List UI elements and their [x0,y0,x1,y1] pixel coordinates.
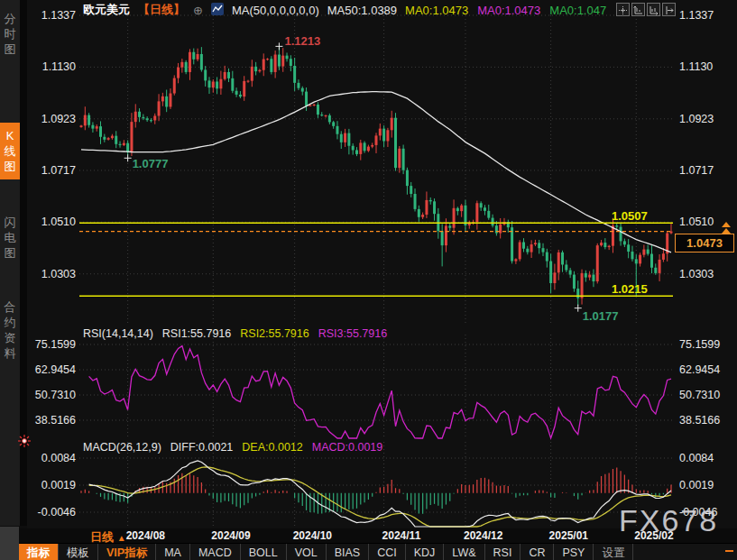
price-axis-label: 1.0923 [679,113,714,125]
macd-axis-label: 0.0084 [679,452,714,464]
price-axis-label: 1.1130 [679,60,713,73]
rsi-axis-label: 38.5166 [679,414,720,427]
month-label: 2024/10 [293,529,332,542]
tab-flash-chart[interactable]: 闪电图 [0,209,20,266]
boll-button[interactable]: BOLL [241,544,287,560]
y-axis-scale-icon[interactable] [631,3,645,16]
rsi-axis-label: 50.7310 [679,389,720,401]
macd-axis-label: 0.0019 [679,479,714,491]
tab-contract-info[interactable]: 合约资料 [0,294,20,366]
macd-button[interactable]: MACD [190,544,241,560]
month-label: 2024/08 [126,529,165,542]
peak-price-label: 1.1213 [284,34,320,48]
rsi-title: RSI(14,14,14) [83,327,153,340]
chart-header: 欧元美元【日线】⊕MA(50,0,0,0,0,0)MA50:1.0389MA0:… [83,2,623,18]
kdj-button[interactable]: KDJ [406,544,445,560]
mini-chart-icon[interactable] [211,3,224,18]
x-axis-scale-icon[interactable] [647,3,660,16]
month-label: 2024/11 [382,529,421,542]
symbol-name[interactable]: 欧元美元 [83,3,130,16]
last-price-tag: 1.0473 [675,234,734,252]
chart-area[interactable]: 欧元美元【日线】⊕MA(50,0,0,0,0,0)MA50:1.0389MA0:… [27,0,737,528]
macd-axis-label: -0.0046 [31,506,76,519]
add-indicator-icon[interactable]: ⊕ [193,4,203,17]
rsi-axis-label: 50.7310 [31,389,76,401]
dea-value: DEA:0.0012 [242,441,302,454]
sidebar-tab-label: K线图 [4,128,17,174]
tab-candlestick-chart[interactable]: K线图 [0,123,20,179]
macd-axis-label: 0.0019 [31,479,76,491]
price-axis-label: 1.1337 [31,9,76,22]
ma-button[interactable]: MA [156,544,190,560]
rsi-axis-label: 38.5166 [31,414,76,427]
rsi-axis-label: 62.9454 [31,363,76,376]
alert-starburst-icon[interactable] [18,435,31,451]
macd-axis-label: 0.0084 [31,452,76,464]
price-axis-label: 1.1337 [679,9,714,22]
diff-value: DIFF:0.0021 [170,441,233,454]
ma-current-value: MA0:1.0473 [405,4,468,17]
indicator-button[interactable]: 指标 [19,544,59,560]
trading-app-window: 欧元美元【日线】⊕MA(50,0,0,0,0,0)MA50:1.0389MA0:… [0,0,737,560]
price-axis-label: 1.1130 [31,60,76,73]
rsi-axis-label: 75.1599 [679,338,720,351]
ma50-value: MA50:1.0389 [327,4,397,17]
rsi-axis-label: 62.9454 [679,363,720,376]
cr-button[interactable]: CR [521,544,554,560]
rsi2-value: RSI2:55.7916 [240,327,309,340]
support-label: 1.0215 [612,282,648,296]
psy-button[interactable]: PSY [554,544,594,560]
price-axis-label: 1.0303 [31,268,76,280]
cci-button[interactable]: CCI [369,544,406,560]
month-label: 2024/09 [211,529,250,542]
rsi-header: RSI(14,14,14)RSI1:55.7916RSI2:55.7916RSI… [83,327,396,340]
macd-title: MACD(26,12,9) [83,441,161,454]
pan-right-icon[interactable] [662,3,676,16]
macd-header: MACD(26,12,9)DIFF:0.0021DEA:0.0012MACD:0… [83,441,392,454]
chart-tool-icons [616,3,676,16]
month-label: 2025/01 [549,529,588,542]
sidebar-tab-label: 闪电图 [4,215,17,261]
rsi3-value: RSI3:55.7916 [318,327,387,340]
ma-settings: MA(50,0,0,0,0,0) [232,4,319,17]
price-axis-label: 1.0303 [679,268,714,280]
corner-block [0,527,19,560]
price-axis-label: 1.0510 [31,216,76,228]
crosshair-icon[interactable] [616,3,630,16]
vip-indicator-button[interactable]: VIP指标 [98,544,156,560]
price-marker-arrows [722,222,731,234]
sidebar-tab-label: 分时图 [4,11,17,57]
toolbar-scroll-dash[interactable] [725,550,733,552]
resistance-label: 1.0507 [612,209,648,223]
fx678-watermark: FX678 [619,503,718,538]
ma-current-value: MA0:1.0473 [477,4,540,17]
august-low-label: 1.0777 [133,157,169,170]
settings-button[interactable]: 设置 [594,544,633,560]
indicator-toolbar: 指标模板VIP指标MAMACDBOLLVOLBIASCCIKDJLW&RSICR… [0,543,737,560]
macd-value: MACD:0.0019 [312,441,383,454]
january-low-label: 1.0177 [583,309,619,323]
price-axis-label: 1.0717 [31,164,76,177]
ma-extra-values: MA0:1.0473MA0:1.0473MA0:1.047 [405,3,615,16]
lw-button[interactable]: LW& [444,544,484,560]
price-axis-label: 1.0510 [679,216,714,228]
rsi-axis-label: 75.1599 [31,338,76,351]
ma-current-value: MA0:1.047 [549,4,606,17]
price-axis-label: 1.0923 [31,113,76,125]
vol-button[interactable]: VOL [287,544,327,560]
tab-time-share-chart[interactable]: 分时图 [0,5,20,62]
bias-button[interactable]: BIAS [327,544,370,560]
rsi1-value: RSI1:55.7916 [162,327,231,340]
price-axis-label: 1.0717 [679,164,714,177]
month-label: 2024/12 [464,529,502,542]
template-button[interactable]: 模板 [59,544,98,560]
period-tag[interactable]: 【日线】 [138,3,185,16]
rsi-button[interactable]: RSI [485,544,521,560]
sidebar-tab-label: 合约资料 [4,299,17,361]
